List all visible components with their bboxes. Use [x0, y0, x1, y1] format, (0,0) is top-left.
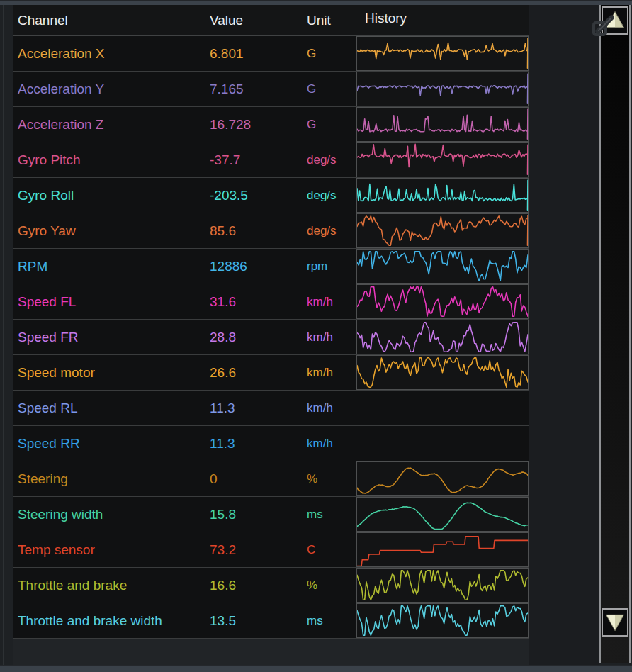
table-row[interactable]: Temp sensor73.2C — [13, 532, 529, 568]
channel-unit: % — [307, 578, 317, 593]
table-row[interactable]: Acceleration X6.801G — [13, 36, 529, 72]
window-top-edge — [0, 0, 632, 5]
channel-value: 12886 — [210, 259, 247, 274]
table-row[interactable]: Throttle and brake16.6% — [13, 568, 529, 603]
channel-value: 11.3 — [210, 436, 235, 452]
channel-name: Gyro Yaw — [18, 223, 76, 239]
history-sparkline — [356, 249, 529, 284]
history-sparkline — [356, 107, 529, 142]
scroll-up-button[interactable] — [602, 6, 628, 35]
channel-name: Steering — [18, 471, 68, 487]
scrollbar-track[interactable] — [599, 5, 631, 663]
channel-unit: G — [307, 82, 316, 96]
scroll-down-arrow-icon — [603, 610, 627, 635]
channel-name: Speed FL — [18, 294, 76, 310]
header-history: History — [365, 11, 407, 26]
channel-name: RPM — [18, 259, 47, 274]
table-row[interactable]: Gyro Pitch-37.7deg/s — [13, 142, 529, 178]
channel-name: Temp sensor — [18, 542, 95, 558]
channel-value: 13.5 — [210, 613, 236, 629]
scroll-down-button[interactable] — [602, 608, 628, 637]
table-row[interactable]: Speed FL31.6km/h — [13, 284, 529, 320]
channel-value: 73.2 — [210, 542, 236, 558]
channel-unit: deg/s — [307, 189, 337, 203]
history-sparkline — [356, 355, 529, 390]
channel-name: Gyro Pitch — [18, 152, 81, 168]
channel-value: 85.6 — [210, 223, 236, 239]
table-row[interactable]: Speed motor26.6km/h — [13, 355, 529, 391]
channel-unit: G — [307, 47, 316, 61]
table-header-row: Channel Value Unit History — [13, 5, 529, 36]
channel-unit: C — [307, 543, 315, 557]
channel-value: 7.165 — [210, 82, 244, 97]
history-sparkline — [356, 142, 529, 177]
table-row[interactable]: Speed RR11.3km/h — [13, 426, 529, 461]
history-sparkline — [356, 36, 529, 71]
right-background — [529, 5, 599, 665]
table-row[interactable]: Throttle and brake width13.5ms — [13, 603, 529, 639]
channel-unit: km/h — [307, 401, 333, 415]
channel-name: Acceleration Y — [18, 82, 104, 97]
channel-name: Speed FR — [18, 330, 79, 345]
history-sparkline — [356, 461, 529, 496]
channel-name: Speed RL — [18, 401, 78, 416]
header-channel: Channel — [18, 13, 68, 28]
channel-name: Acceleration Z — [18, 117, 103, 133]
table-row[interactable]: Speed FR28.8km/h — [13, 320, 529, 355]
channel-value: 0 — [210, 471, 218, 487]
channel-value: -203.5 — [210, 188, 248, 203]
scroll-up-arrow-icon — [603, 8, 627, 33]
channel-value: 16.6 — [210, 578, 236, 593]
table-row[interactable]: Acceleration Z16.728G — [13, 107, 529, 142]
channel-value: 15.8 — [210, 507, 236, 522]
channel-value: 31.6 — [210, 294, 236, 310]
history-sparkline — [356, 320, 529, 354]
channel-value: -37.7 — [210, 152, 240, 168]
header-unit: Unit — [307, 13, 331, 28]
history-sparkline — [356, 178, 529, 213]
channel-unit: km/h — [307, 437, 333, 451]
history-sparkline — [356, 497, 529, 532]
channel-name: Speed motor — [18, 365, 95, 381]
channel-unit: km/h — [307, 330, 333, 345]
channel-unit: deg/s — [307, 153, 337, 167]
channel-unit: ms — [307, 508, 323, 522]
left-edge-highlight — [3, 5, 4, 665]
table-row[interactable]: Acceleration Y7.165G — [13, 72, 529, 107]
channel-value: 28.8 — [210, 330, 236, 345]
channel-unit: G — [307, 118, 316, 132]
channel-name: Acceleration X — [18, 46, 105, 62]
channels-table: Channel Value Unit History Acceleration … — [13, 5, 529, 639]
channel-name: Steering width — [18, 507, 103, 522]
channel-value: 11.3 — [210, 401, 235, 416]
table-row[interactable]: Speed RL11.3km/h — [13, 391, 529, 426]
channel-unit: km/h — [307, 295, 333, 309]
table-empty-area — [13, 639, 529, 665]
table-row[interactable]: Gyro Yaw85.6deg/s — [13, 213, 529, 249]
channel-unit: % — [307, 472, 317, 486]
channel-name: Throttle and brake width — [18, 613, 162, 629]
channel-unit: km/h — [307, 366, 333, 380]
channel-unit: deg/s — [307, 224, 337, 238]
history-sparkline — [356, 603, 529, 638]
channel-name: Throttle and brake — [18, 578, 127, 593]
table-row[interactable]: Gyro Roll-203.5deg/s — [13, 178, 529, 213]
channel-value: 6.801 — [210, 46, 244, 62]
channel-table-body: Acceleration X6.801GAcceleration Y7.165G… — [13, 36, 529, 639]
window-bottom-edge — [0, 665, 632, 672]
channel-value: 16.728 — [210, 117, 251, 133]
table-row[interactable]: RPM12886rpm — [13, 249, 529, 284]
channel-value: 26.6 — [210, 365, 236, 381]
table-row[interactable]: Steering width15.8ms — [13, 497, 529, 532]
history-sparkline — [356, 284, 529, 319]
history-sparkline — [356, 72, 529, 106]
channel-unit: ms — [307, 614, 323, 628]
header-value: Value — [210, 13, 243, 28]
channel-name: Speed RR — [18, 436, 80, 452]
history-sparkline — [356, 213, 529, 248]
table-row[interactable]: Steering0% — [13, 461, 529, 497]
channel-name: Gyro Roll — [18, 188, 74, 203]
history-sparkline — [356, 532, 529, 567]
history-sparkline — [356, 568, 529, 603]
channel-unit: rpm — [307, 259, 327, 274]
